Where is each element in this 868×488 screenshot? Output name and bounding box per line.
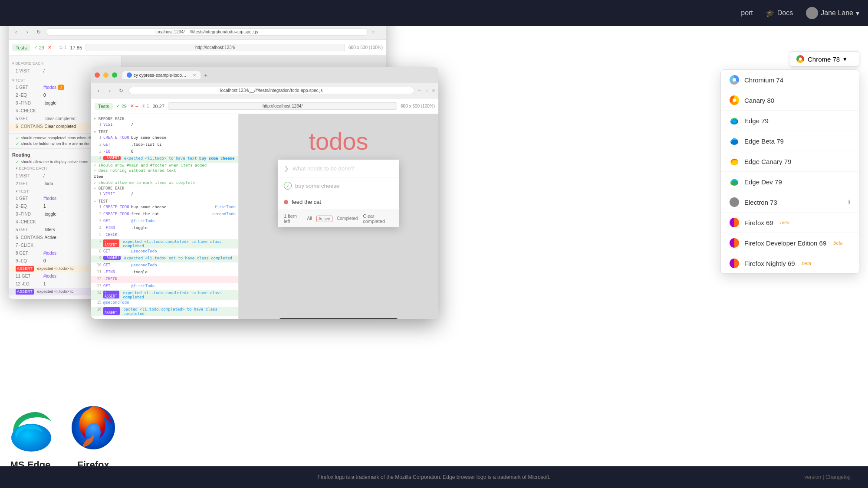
section-test-2: ▾ TEST <box>91 198 238 204</box>
dom-snapshot-bar: DOM Snapshot (pinned) ⊞ before after ✕ <box>279 318 398 319</box>
browser-option-firefoxnightly69[interactable]: Firefox Nightly 69 beta <box>721 253 859 273</box>
cypress-window-front: cy cypress-example-todomvc-rec... ✕ + ‹ … <box>91 67 438 319</box>
cy-url-back[interactable]: http://localhost:1234/ <box>85 44 345 51</box>
forward-nav-front[interactable]: › <box>106 87 114 95</box>
more-options-front: ··· <box>418 88 421 93</box>
fail-indicator-back: ✕ – <box>48 45 56 50</box>
cypress-toolbar-front: Tests ✓ 29 ✕ – ① 1 20.27 http://localhos… <box>91 98 438 114</box>
tab-bar-front: cy cypress-example-todomvc-rec... ✕ + <box>121 71 435 79</box>
pending-indicator-front: ① 1 <box>141 104 149 108</box>
cy-before-each-label: ▾ BEFORE EACH <box>9 60 121 67</box>
refresh-btn-front[interactable]: ↻ <box>117 87 125 95</box>
cypress-layout-front: ▾ BEFORE EACH 1 VISIT / ▾ TEST 1 CREATE … <box>91 114 438 319</box>
browser-option-firefox69[interactable]: Firefox 69 beta <box>721 213 859 233</box>
browser-option-edge79[interactable]: Edge 79 <box>721 111 859 131</box>
url-input-front[interactable]: localhost:1234/__/#/tests/integration/to… <box>128 87 414 94</box>
check-show-main: ✓ should show #main and #footer when ite… <box>91 163 238 168</box>
section-before-each-front: ▾ BEFORE EACH <box>91 116 238 122</box>
cy-url-front[interactable]: http://localhost:1234/ <box>168 102 397 110</box>
browser-name-chromium74: Chromium 74 <box>744 76 783 84</box>
todo-checkbox-1[interactable]: ✓ <box>284 182 292 190</box>
trademark-text: Firefox logo is a trademark of the Mozil… <box>318 474 551 480</box>
refresh-btn-back[interactable]: ↻ <box>35 28 43 36</box>
dropdown-arrow-icon: ▾ <box>843 55 847 63</box>
todo-dot-2 <box>284 200 288 204</box>
browser-option-canary80[interactable]: Canary 80 <box>721 90 859 111</box>
assert-badge-4: -ASSERT <box>103 291 119 298</box>
url-input-back[interactable]: localhost:1234/__/#/tests/integration/to… <box>46 28 368 36</box>
tab-close-front[interactable]: ✕ <box>193 73 196 78</box>
assert-badge-5: -ASSERT <box>103 307 120 315</box>
browser-option-edgecanary79[interactable]: Edge Canary 79 <box>721 151 859 172</box>
code-line-3: 3 -EQ 0 <box>91 149 238 156</box>
code-assert-1: 7 -ASSERT expected <li.todo.completed> t… <box>91 239 238 249</box>
todo-item-1: ✓ buy some cheese <box>278 177 399 194</box>
code-panel-front: ▾ BEFORE EACH 1 VISIT / ▾ TEST 1 CREATE … <box>91 114 239 319</box>
nav-docs[interactable]: 🎓 Docs <box>766 9 793 17</box>
version-changelog-link[interactable]: version | Changelog <box>804 474 851 480</box>
footer: Firefox logo is a trademark of the Mozil… <box>0 466 868 488</box>
browser-selector[interactable]: Chrome 78 ▾ <box>790 51 859 67</box>
todo-text-1: buy some cheese <box>295 183 339 189</box>
browser-logos-section: MS Edge <box>4 400 122 471</box>
firefox-dev-icon <box>730 238 739 248</box>
checkmark-icon-front: ✓ <box>116 103 120 109</box>
tests-button-back[interactable]: Tests <box>12 44 30 51</box>
menu-icon-back: ⋯ <box>378 29 383 34</box>
todos-title-front: todos <box>309 127 368 155</box>
browser-name-firefoxnightly69: Firefox Nightly 69 <box>744 260 795 267</box>
resolution-back: 600 x 500 (100%) <box>349 45 383 50</box>
clear-completed-btn[interactable]: Clear completed <box>363 213 393 224</box>
electron-icon <box>730 197 739 207</box>
maximize-button-front[interactable] <box>112 72 117 78</box>
nav-support[interactable]: port <box>741 9 753 17</box>
chevron-down-icon: ▾ <box>856 9 859 17</box>
tests-button-front[interactable]: Tests <box>95 103 113 110</box>
code-line-2: 2 GET .todo-list li <box>91 142 238 149</box>
top-nav: port 🎓 Docs Jane Lane ▾ <box>0 0 868 26</box>
firefox-icon-69 <box>730 218 739 227</box>
beta-badge-firefox69: beta <box>780 220 789 225</box>
chrome-icon-trigger <box>796 55 804 63</box>
resolution-front: 600 x 500 (100%) <box>401 104 435 108</box>
section-before-each-2: ▾ BEFORE EACH <box>91 185 238 191</box>
browser-name-edgedev79: Edge Dev 79 <box>744 178 782 186</box>
todo-app-box: ❯ What needs to be done? ✓ buy some chee… <box>278 160 399 227</box>
browser-option-edgedev79[interactable]: Edge Dev 79 <box>721 172 859 192</box>
pass-count-front: ✓ 29 <box>116 103 127 109</box>
firefox-logo-item: Firefox <box>65 400 122 471</box>
code-line-visit: 1 VISIT / <box>91 122 238 129</box>
browser-name-edgecanary79: Edge Canary 79 <box>744 158 791 165</box>
items-left-label: 1 item left <box>284 213 302 224</box>
back-nav-back[interactable]: ‹ <box>12 28 20 36</box>
edge-icon-79 <box>730 116 739 125</box>
back-nav-front[interactable]: ‹ <box>95 87 102 95</box>
filter-completed[interactable]: Completed <box>335 216 359 222</box>
url-bar-row-front: ‹ › ↻ localhost:1234/__/#/tests/integrat… <box>91 83 438 98</box>
code-assert-4: 16 -ASSERT pected <li.todo.completed> to… <box>91 307 238 316</box>
forward-nav-back[interactable]: › <box>23 28 31 36</box>
cypress-toolbar-back: Tests ✓ 29 ✕ – ① 1 17.85 http://localhos… <box>9 40 386 56</box>
tab-front[interactable]: cy cypress-example-todomvc-rec... ✕ <box>122 71 201 79</box>
pending-indicator-back: ① 1 <box>59 45 66 50</box>
assert-badge-1: -ASSERT <box>103 156 121 160</box>
browser-option-chromium74[interactable]: Chromium 74 <box>721 70 859 90</box>
browser-option-firefoxdev69[interactable]: Firefox Developer Edition 69 beta <box>721 233 859 253</box>
browser-option-electron73[interactable]: Electron 73 ℹ <box>721 192 859 213</box>
docs-icon: 🎓 <box>766 9 775 17</box>
browser-name-electron73: Electron 73 <box>744 199 777 206</box>
badge-3-back: 3 <box>58 85 64 90</box>
browser-option-edgebeta79[interactable]: Edge Beta 79 <box>721 131 859 151</box>
nav-user[interactable]: Jane Lane ▾ <box>806 7 859 19</box>
fail-indicator-front: ✕ – <box>130 103 138 109</box>
beta-badge-firefoxnightly69: beta <box>802 261 811 266</box>
new-tab-button-front[interactable]: + <box>202 72 209 79</box>
minimize-button-front[interactable] <box>103 72 108 78</box>
close-button-front[interactable] <box>95 72 100 78</box>
code-visit-2: 1 VISIT / <box>91 191 238 198</box>
assert-badge-2: -ASSERT <box>103 239 119 247</box>
filter-all[interactable]: All <box>306 216 314 222</box>
filter-active[interactable]: Active <box>316 216 332 222</box>
window-front-titlebar: cy cypress-example-todomvc-rec... ✕ + <box>91 67 438 83</box>
edge-canary-icon <box>730 157 739 166</box>
